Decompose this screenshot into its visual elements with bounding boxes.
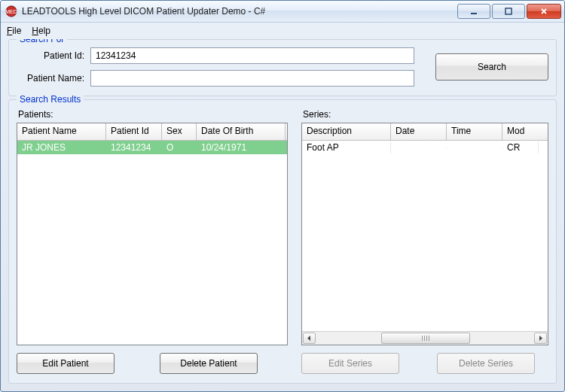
patients-header: Patient Name Patient Id Sex Date Of Birt… xyxy=(17,123,287,141)
series-header: Description Date Time Mod xyxy=(302,123,548,141)
series-grid[interactable]: Description Date Time Mod Foot AP CR xyxy=(301,123,548,345)
col-time[interactable]: Time xyxy=(447,123,502,140)
search-group: Search For Patient Id: Search Patient Na… xyxy=(8,39,557,96)
patients-rows: JR JONES 12341234 O 10/24/1971 xyxy=(17,141,287,345)
patients-buttons: Edit Patient Delete Patient xyxy=(17,353,288,374)
col-date[interactable]: Date xyxy=(391,123,447,140)
svg-rect-3 xyxy=(505,8,512,14)
application-window: MED LEADTOOLS High Level DICOM Patient U… xyxy=(0,0,565,392)
patients-panel: Patients: Patient Name Patient Id Sex Da… xyxy=(17,108,288,374)
cell-modality: CR xyxy=(502,141,539,153)
patients-label: Patients: xyxy=(18,109,288,120)
col-patient-id[interactable]: Patient Id xyxy=(106,123,162,140)
search-group-title: Search For xyxy=(17,39,67,44)
cell-description: Foot AP xyxy=(302,141,391,153)
series-hscrollbar[interactable] xyxy=(302,331,548,345)
patient-name-label: Patient Name: xyxy=(17,73,84,84)
svg-text:MED: MED xyxy=(5,9,17,14)
svg-rect-2 xyxy=(471,13,477,14)
cell-patient-name: JR JONES xyxy=(17,141,106,153)
col-dob[interactable]: Date Of Birth xyxy=(197,123,286,140)
col-patient-name[interactable]: Patient Name xyxy=(17,123,106,140)
patient-id-input[interactable] xyxy=(90,47,414,64)
content-area: Search For Patient Id: Search Patient Na… xyxy=(1,39,564,391)
scroll-track[interactable] xyxy=(316,333,533,344)
scroll-thumb[interactable] xyxy=(381,333,469,344)
edit-patient-button[interactable]: Edit Patient xyxy=(17,353,115,374)
search-button[interactable]: Search xyxy=(435,53,548,81)
app-icon: MED xyxy=(5,5,17,17)
patients-grid[interactable]: Patient Name Patient Id Sex Date Of Birt… xyxy=(17,123,288,345)
results-group-title: Search Results xyxy=(17,94,84,105)
cell-sex: O xyxy=(162,141,197,153)
series-buttons: Edit Series Delete Series xyxy=(301,353,548,374)
table-row[interactable]: Foot AP CR xyxy=(302,141,548,154)
patient-id-label: Patient Id: xyxy=(17,50,84,61)
menu-file[interactable]: File xyxy=(7,26,21,36)
window-buttons xyxy=(457,4,561,19)
col-description[interactable]: Description xyxy=(302,123,391,140)
series-panel: Series: Description Date Time Mod Foot A… xyxy=(301,108,548,374)
cell-time xyxy=(447,147,502,148)
cell-date xyxy=(391,147,447,148)
edit-series-button[interactable]: Edit Series xyxy=(301,353,399,374)
cell-dob: 10/24/1971 xyxy=(197,141,286,153)
series-label: Series: xyxy=(303,109,548,120)
results-group: Search Results Patients: Patient Name Pa… xyxy=(8,99,557,384)
delete-series-button[interactable]: Delete Series xyxy=(437,353,535,374)
patient-name-input[interactable] xyxy=(90,70,414,87)
cell-patient-id: 12341234 xyxy=(106,141,162,153)
series-rows: Foot AP CR xyxy=(302,141,548,331)
menu-bar: File Help xyxy=(1,23,564,39)
table-row[interactable]: JR JONES 12341234 O 10/24/1971 xyxy=(17,141,287,154)
delete-patient-button[interactable]: Delete Patient xyxy=(160,353,258,374)
scroll-right-icon[interactable] xyxy=(534,333,547,344)
close-button[interactable] xyxy=(527,4,561,19)
menu-help[interactable]: Help xyxy=(32,26,50,36)
col-sex[interactable]: Sex xyxy=(162,123,197,140)
col-modality[interactable]: Mod xyxy=(502,123,539,140)
minimize-button[interactable] xyxy=(457,4,490,19)
window-title: LEADTOOLS High Level DICOM Patient Updat… xyxy=(22,6,457,17)
title-bar: MED LEADTOOLS High Level DICOM Patient U… xyxy=(1,1,564,23)
scroll-left-icon[interactable] xyxy=(303,333,316,344)
maximize-button[interactable] xyxy=(492,4,525,19)
